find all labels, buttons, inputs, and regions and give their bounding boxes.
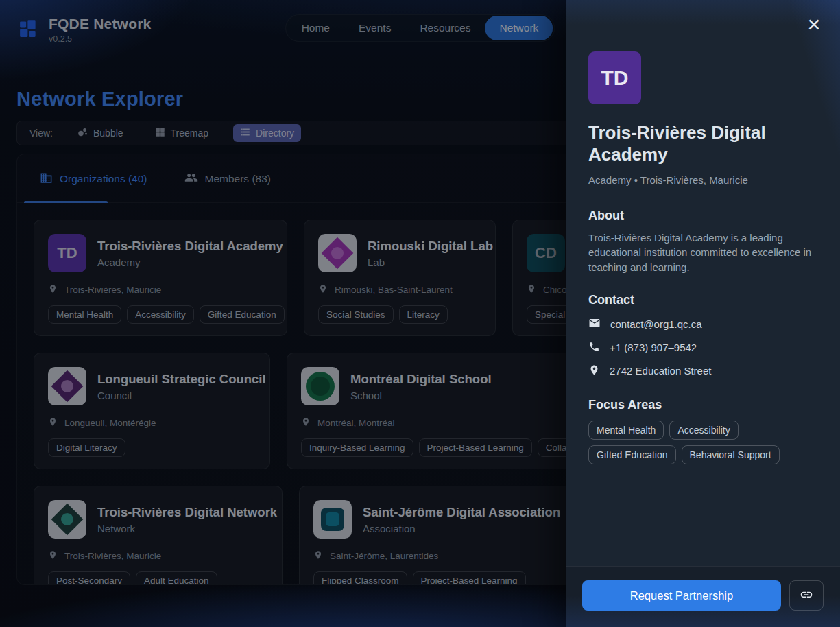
contact-phone: +1 (873) 907–9542 — [610, 342, 697, 353]
focus-chip: Mental Health — [588, 421, 664, 440]
mail-icon — [588, 317, 601, 331]
drawer-org-name: Trois-Rivières Digital Academy — [588, 122, 817, 166]
drawer-org-meta: Academy • Trois-Rivières, Mauricie — [588, 174, 817, 186]
focus-areas-heading: Focus Areas — [588, 398, 817, 412]
drawer-body: TD Trois-Rivières Digital Academy Academ… — [566, 0, 840, 464]
contact-address: 2742 Education Street — [610, 365, 711, 377]
about-heading: About — [588, 209, 817, 223]
about-text: Trois-Rivières Digital Academy is a lead… — [588, 230, 817, 274]
phone-icon — [588, 341, 600, 355]
copy-link-button[interactable] — [789, 580, 824, 611]
focus-chip: Accessibility — [669, 421, 738, 440]
focus-chip: Behavioral Support — [682, 445, 780, 464]
drawer-footer: Request Partnership — [566, 566, 840, 627]
close-icon[interactable]: ✕ — [803, 14, 825, 36]
contact-email: contact@org1.qc.ca — [610, 318, 702, 330]
contact-phone-row: +1 (873) 907–9542 — [588, 341, 817, 355]
link-icon — [800, 588, 813, 604]
contact-address-row: 2742 Education Street — [588, 364, 817, 378]
drawer-avatar: TD — [588, 51, 641, 104]
contact-email-row: contact@org1.qc.ca — [588, 317, 817, 331]
focus-areas-chips: Mental Health Accessibility Gifted Educa… — [588, 421, 817, 464]
contact-heading: Contact — [588, 293, 817, 307]
organization-detail-drawer: ✕ TD Trois-Rivières Digital Academy Acad… — [566, 0, 840, 627]
pin-icon — [588, 364, 600, 378]
focus-chip: Gifted Education — [588, 445, 676, 464]
request-partnership-button[interactable]: Request Partnership — [582, 580, 781, 611]
